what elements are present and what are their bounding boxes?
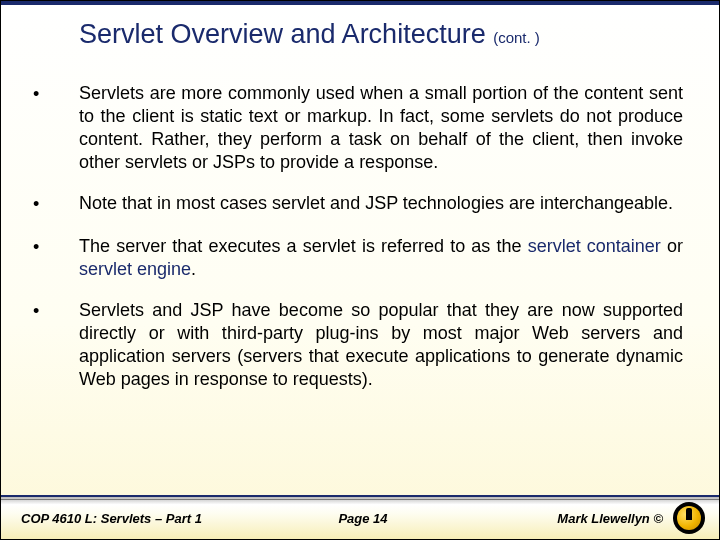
bullet-text-mid: or [661,236,683,256]
top-rule [1,1,719,5]
body-area: • Servlets are more commonly used when a… [1,58,719,391]
bullet-marker: • [33,82,79,106]
ucf-logo-icon [673,502,705,534]
title-area: Servlet Overview and Architecture (cont.… [1,1,719,58]
footer-left: COP 4610 L: Servlets – Part 1 [21,511,249,526]
slide-title-cont: (cont. ) [493,29,540,46]
bullet-item: • Note that in most cases servlet and JS… [33,192,683,216]
slide-title: Servlet Overview and Architecture [79,19,493,49]
term-servlet-container: servlet container [528,236,661,256]
bullet-marker: • [33,192,79,216]
bullet-text: Servlets are more commonly used when a s… [79,82,683,174]
slide: Servlet Overview and Architecture (cont.… [0,0,720,540]
bullet-item: • Servlets are more commonly used when a… [33,82,683,174]
footer-bar: COP 4610 L: Servlets – Part 1 Page 14 Ma… [1,495,719,539]
bullet-item: • The server that executes a servlet is … [33,235,683,281]
bullet-marker: • [33,299,79,323]
bullet-text: Servlets and JSP have become so popular … [79,299,683,391]
term-servlet-engine: servlet engine [79,259,191,279]
bullet-item: • Servlets and JSP have become so popula… [33,299,683,391]
footer-author: Mark Llewellyn © [557,511,663,526]
footer-right-wrap: Mark Llewellyn © [477,502,705,534]
bullet-text: The server that executes a servlet is re… [79,235,683,281]
bullet-text-pre: The server that executes a servlet is re… [79,236,528,256]
bullet-marker: • [33,235,79,259]
footer-page: Page 14 [249,511,477,526]
bullet-text: Note that in most cases servlet and JSP … [79,192,683,215]
bullet-text-post: . [191,259,196,279]
